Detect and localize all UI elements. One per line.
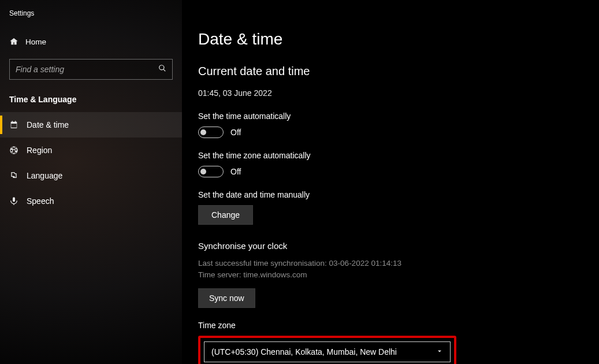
chevron-down-icon bbox=[436, 348, 443, 356]
globe-icon bbox=[9, 146, 27, 155]
app-title: Settings bbox=[0, 6, 182, 31]
section-current-datetime: Current date and time bbox=[198, 65, 599, 78]
nav-item-label: Language bbox=[27, 171, 62, 180]
time-zone-highlight: (UTC+05:30) Chennai, Kolkata, Mumbai, Ne… bbox=[198, 336, 456, 364]
nav-speech[interactable]: Speech bbox=[0, 188, 182, 214]
category-title: Time & Language bbox=[0, 80, 182, 112]
search-icon bbox=[158, 64, 166, 75]
nav-date-time[interactable]: Date & time bbox=[0, 112, 182, 138]
auto-tz-label: Set the time zone automatically bbox=[198, 151, 599, 160]
main-content: Date & time Current date and time 01:45,… bbox=[182, 0, 599, 364]
home-label: Home bbox=[25, 38, 46, 46]
auto-time-state: Off bbox=[230, 128, 241, 137]
search-input[interactable] bbox=[16, 65, 158, 74]
sync-now-button[interactable]: Sync now bbox=[198, 288, 255, 308]
nav-item-label: Date & time bbox=[27, 120, 69, 129]
time-zone-value: (UTC+05:30) Chennai, Kolkata, Mumbai, Ne… bbox=[211, 347, 436, 356]
time-zone-dropdown[interactable]: (UTC+05:30) Chennai, Kolkata, Mumbai, Ne… bbox=[204, 341, 451, 362]
home-icon bbox=[9, 37, 25, 46]
page-title: Date & time bbox=[198, 30, 599, 49]
current-datetime-value: 01:45, 03 June 2022 bbox=[198, 88, 599, 98]
microphone-icon bbox=[9, 196, 27, 206]
auto-time-toggle[interactable] bbox=[198, 127, 224, 138]
nav-item-label: Speech bbox=[27, 196, 54, 206]
sync-last-label: Last successful time synchronisation: 03… bbox=[198, 258, 599, 269]
nav-region[interactable]: Region bbox=[0, 138, 182, 163]
nav-item-label: Region bbox=[27, 146, 52, 155]
time-zone-label: Time zone bbox=[198, 321, 599, 330]
change-button[interactable]: Change bbox=[198, 205, 253, 225]
language-icon bbox=[9, 171, 27, 180]
date-time-icon bbox=[9, 120, 27, 129]
auto-time-label: Set the time automatically bbox=[198, 112, 599, 121]
sidebar: Settings Home Time & Language Date & tim… bbox=[0, 0, 182, 364]
sync-clock-title: Synchronise your clock bbox=[198, 241, 599, 251]
sync-server-label: Time server: time.windows.com bbox=[198, 269, 599, 281]
home-nav[interactable]: Home bbox=[0, 31, 182, 52]
manual-datetime-label: Set the date and time manually bbox=[198, 190, 599, 199]
auto-tz-state: Off bbox=[230, 167, 241, 176]
search-box[interactable] bbox=[9, 59, 173, 80]
nav-language[interactable]: Language bbox=[0, 163, 182, 188]
auto-tz-toggle[interactable] bbox=[198, 166, 224, 177]
